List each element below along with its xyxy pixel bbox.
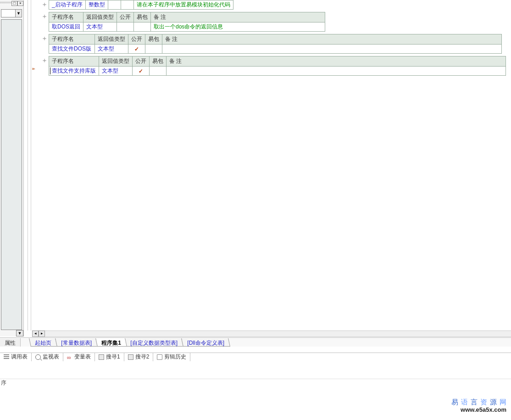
col-subname-header: 子程序名 bbox=[49, 56, 99, 67]
expand-marker-icon[interactable]: ＋ bbox=[41, 12, 46, 21]
tooltab-label: 监视表 bbox=[43, 353, 59, 361]
sub-ret-cell[interactable]: 文本型 bbox=[95, 45, 128, 54]
scroll-track[interactable] bbox=[45, 330, 511, 337]
sub-public-cell[interactable] bbox=[117, 22, 134, 32]
sub-name-cell[interactable]: 查找文件DOS版 bbox=[49, 45, 95, 54]
col-public-header: 公开 bbox=[128, 34, 145, 45]
panel-body bbox=[1, 19, 22, 330]
status-text: 序 bbox=[1, 380, 6, 386]
sub-public-cell[interactable]: ✓ bbox=[133, 67, 150, 76]
watermark-url: www.e5a5x.com bbox=[451, 406, 506, 414]
panel-bottom-dropdown-icon[interactable]: ▼ bbox=[16, 330, 23, 336]
tooltab-label: 调用表 bbox=[11, 353, 28, 361]
search-icon bbox=[128, 354, 133, 360]
sub-ret-cell[interactable]: 整数型 bbox=[85, 0, 108, 10]
subroutine-table[interactable]: 子程序名 返回值类型 公开 易包 备 注 查找文件支持库版 文本型 ✓ bbox=[49, 56, 506, 76]
col-note-header: 备 注 bbox=[162, 34, 502, 45]
panel-dropdown[interactable]: ▼ bbox=[1, 9, 22, 17]
col-ret-header: 返回值类型 bbox=[99, 56, 133, 67]
sub-pkg-cell[interactable] bbox=[121, 0, 133, 10]
subroutine-row: ✎ ＋ 子程序名 返回值类型 公开 易包 备 注 查找文件支持库版 文本型 ✓ bbox=[32, 56, 511, 76]
sub-note-cell[interactable]: 请在本子程序中放置易模块初始化代码 bbox=[133, 0, 233, 10]
tool-tabs-bar: 调用表 监视表 变量表 搜寻1 搜寻2 剪辑历史 bbox=[0, 353, 511, 361]
tab-start-page[interactable]: 起始页 bbox=[29, 338, 57, 347]
sub-name-cell[interactable]: 取DOS返回 bbox=[49, 22, 83, 32]
expand-marker-icon[interactable]: ＋ bbox=[41, 0, 46, 9]
subroutine-table[interactable]: 子程序名 返回值类型 公开 易包 备 注 取DOS返回 文本型 取出一个dos命… bbox=[49, 12, 325, 32]
tooltab-label: 剪辑历史 bbox=[164, 353, 186, 361]
col-pkg-header: 易包 bbox=[145, 34, 162, 45]
subroutine-table[interactable]: _启动子程序 整数型 请在本子程序中放置易模块初始化代码 bbox=[49, 0, 233, 10]
sub-note-cell[interactable] bbox=[162, 45, 502, 54]
panel-dock-button[interactable]: □ bbox=[11, 1, 17, 6]
col-public-header: 公开 bbox=[133, 56, 150, 67]
tab-custom-types[interactable]: [自定义数据类型表] bbox=[124, 338, 183, 347]
variable-icon bbox=[67, 354, 72, 360]
expand-marker-icon[interactable]: ＋ bbox=[41, 34, 46, 43]
sub-ret-cell[interactable]: 文本型 bbox=[83, 22, 117, 32]
tooltab-watch-table[interactable]: 监视表 bbox=[32, 353, 63, 361]
col-ret-header: 返回值类型 bbox=[95, 34, 128, 45]
tab-dll-commands[interactable]: [Dll命令定义表] bbox=[181, 338, 230, 347]
sub-note-cell[interactable]: 取出一个dos命令的返回信息 bbox=[151, 22, 325, 32]
tooltab-search2[interactable]: 搜寻2 bbox=[124, 353, 154, 361]
edit-marker-icon: ✎ bbox=[32, 66, 37, 73]
tooltab-search1[interactable]: 搜寻1 bbox=[95, 353, 124, 361]
sub-public-cell[interactable] bbox=[108, 0, 121, 10]
magnifier-icon bbox=[35, 354, 41, 360]
file-tabs: 起始页 [常量数据表] 程序集1 [自定义数据类型表] [Dll命令定义表] bbox=[30, 338, 229, 347]
scroll-right-button[interactable]: ▸ bbox=[39, 330, 45, 337]
tooltab-call-table[interactable]: 调用表 bbox=[0, 353, 32, 361]
watermark-cn: 易语言资源网 bbox=[451, 398, 506, 406]
code-editor-area: ＋ _启动子程序 整数型 请在本子程序中放置易模块初始化代码 ＋ 子程序名 返回… bbox=[32, 0, 511, 330]
tab-program-set[interactable]: 程序集1 bbox=[95, 338, 127, 347]
clipboard-icon bbox=[157, 354, 162, 360]
col-subname-header: 子程序名 bbox=[49, 12, 83, 22]
sub-note-cell[interactable] bbox=[167, 67, 506, 76]
property-tab[interactable]: 属性 bbox=[0, 338, 21, 347]
tab-const-table[interactable]: [常量数据表] bbox=[55, 338, 97, 347]
list-icon bbox=[4, 354, 9, 360]
search-icon bbox=[99, 354, 104, 360]
subroutine-row: ＋ 子程序名 返回值类型 公开 易包 备 注 取DOS返回 文本型 取出一个do… bbox=[32, 12, 511, 32]
expand-marker-icon[interactable]: ＋ bbox=[41, 56, 46, 65]
editor-tabs-bar: 属性 起始页 [常量数据表] 程序集1 [自定义数据类型表] [Dll命令定义表… bbox=[0, 337, 511, 347]
tooltab-label: 变量表 bbox=[74, 353, 91, 361]
watermark: 易语言资源网 www.e5a5x.com bbox=[451, 398, 506, 414]
col-note-header: 备 注 bbox=[151, 12, 325, 22]
tooltab-var-table[interactable]: 变量表 bbox=[63, 353, 95, 361]
col-note-header: 备 注 bbox=[167, 56, 506, 67]
col-public-header: 公开 bbox=[117, 12, 134, 22]
sub-pkg-cell[interactable] bbox=[145, 45, 162, 54]
sub-pkg-cell[interactable] bbox=[134, 22, 151, 32]
col-ret-header: 返回值类型 bbox=[83, 12, 117, 22]
sub-ret-cell[interactable]: 文本型 bbox=[99, 67, 133, 76]
horizontal-scrollbar[interactable]: ◂ ▸ bbox=[32, 330, 511, 337]
col-pkg-header: 易包 bbox=[134, 12, 151, 22]
sub-name-cell[interactable]: 查找文件支持库版 bbox=[49, 67, 99, 76]
sub-pkg-cell[interactable] bbox=[150, 67, 167, 76]
panel-dropdown-arrow-icon[interactable]: ▼ bbox=[15, 10, 22, 17]
subroutine-table[interactable]: 子程序名 返回值类型 公开 易包 备 注 查找文件DOS版 文本型 ✓ bbox=[49, 34, 502, 54]
col-subname-header: 子程序名 bbox=[49, 34, 95, 45]
tooltab-label: 搜寻1 bbox=[106, 353, 120, 361]
sub-public-cell[interactable]: ✓ bbox=[128, 45, 145, 54]
panel-close-button[interactable]: × bbox=[17, 1, 23, 6]
sub-name-cell[interactable]: _启动子程序 bbox=[49, 0, 86, 10]
col-pkg-header: 易包 bbox=[150, 56, 167, 67]
scroll-left-button[interactable]: ◂ bbox=[32, 330, 39, 337]
subroutine-row: ＋ _启动子程序 整数型 请在本子程序中放置易模块初始化代码 bbox=[32, 0, 511, 10]
tooltab-clip-history[interactable]: 剪辑历史 bbox=[153, 353, 190, 361]
status-bar: 序 bbox=[0, 379, 511, 387]
editor-gutter bbox=[28, 0, 31, 330]
panel-buttons: □ × bbox=[11, 1, 23, 6]
subroutine-row: ＋ 子程序名 返回值类型 公开 易包 备 注 查找文件DOS版 文本型 ✓ bbox=[32, 34, 511, 54]
left-side-panel: □ × ▼ ▼ bbox=[0, 0, 24, 336]
tooltab-label: 搜寻2 bbox=[135, 353, 150, 361]
